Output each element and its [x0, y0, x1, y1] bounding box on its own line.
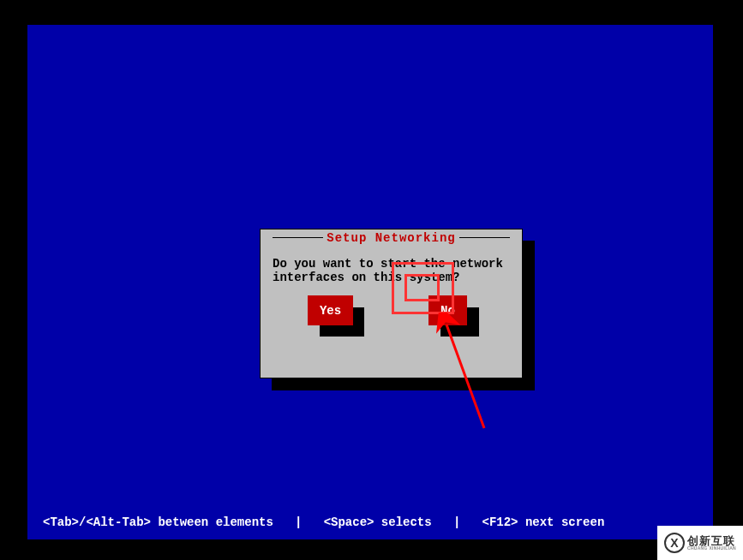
no-button-label: No	[440, 304, 455, 318]
installer-screen: Setup Networking Do you want to start th…	[27, 25, 713, 539]
watermark-sub-text: CHUANG XINHUILIAN	[687, 546, 736, 551]
watermark-logo-icon: X	[664, 533, 685, 553]
dialog-title: Setup Networking	[323, 231, 458, 245]
yes-button-label: Yes	[320, 304, 341, 318]
dialog-message: Do you want to start the network interfa…	[273, 257, 510, 284]
watermark: X 创新互联 CHUANG XINHUILIAN	[657, 526, 743, 560]
no-button[interactable]: No	[428, 295, 467, 325]
yes-button[interactable]: Yes	[308, 295, 353, 325]
watermark-text: 创新互联 CHUANG XINHUILIAN	[687, 535, 736, 551]
setup-networking-dialog: Setup Networking Do you want to start th…	[260, 229, 523, 378]
status-bar: <Tab>/<Alt-Tab> between elements | <Spac…	[43, 515, 604, 529]
watermark-logo: X 创新互联 CHUANG XINHUILIAN	[664, 533, 736, 553]
dialog-title-wrap: Setup Networking	[261, 231, 522, 245]
